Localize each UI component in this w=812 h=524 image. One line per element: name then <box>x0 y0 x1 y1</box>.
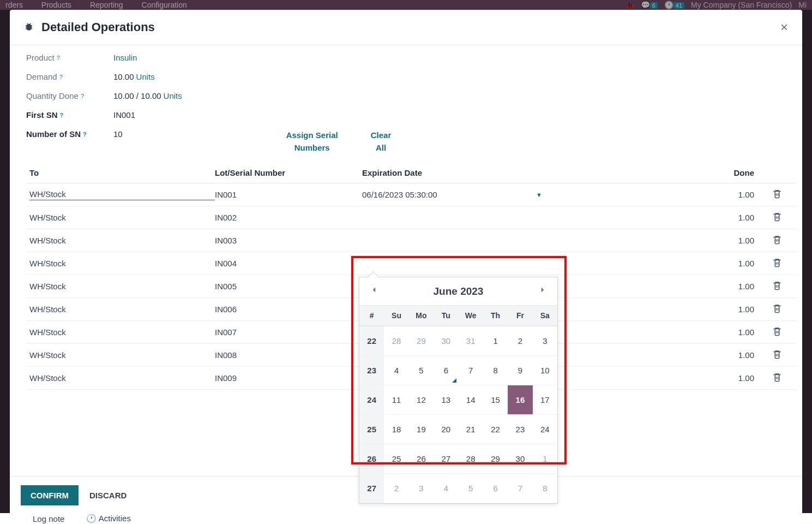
delete-row-button[interactable] <box>761 235 793 246</box>
lot-cell[interactable]: IN001 <box>215 190 362 199</box>
delete-row-button[interactable] <box>761 258 793 269</box>
done-cell[interactable]: 1.00 <box>564 350 761 360</box>
datepicker-day[interactable]: 23 <box>508 415 532 444</box>
datepicker-day[interactable]: 28 <box>459 444 483 473</box>
lot-cell[interactable]: IN002 <box>215 213 362 222</box>
done-cell[interactable]: 1.00 <box>564 327 761 337</box>
confirm-button[interactable]: CONFIRM <box>21 485 79 505</box>
delete-row-button[interactable] <box>761 349 793 361</box>
table-row[interactable]: WH/StockIN0041.00 <box>26 252 797 275</box>
datepicker-day[interactable]: 6 <box>483 474 508 503</box>
datepicker-day[interactable]: 14 <box>459 385 483 414</box>
table-row[interactable]: WH/StockIN0031.00 <box>26 229 797 252</box>
done-cell[interactable]: 1.00 <box>564 190 761 199</box>
done-cell[interactable]: 1.00 <box>564 213 761 222</box>
delete-row-button[interactable] <box>761 372 793 384</box>
datepicker-prev[interactable] <box>369 285 379 297</box>
datepicker-day[interactable]: 5 <box>459 474 483 503</box>
to-cell[interactable]: WH/Stock <box>29 259 215 268</box>
datepicker-day[interactable]: 29 <box>483 444 508 473</box>
datepicker-day[interactable]: 20 <box>434 415 458 444</box>
lot-cell[interactable]: IN008 <box>215 350 362 360</box>
delete-row-button[interactable] <box>761 326 793 338</box>
datepicker-day[interactable]: 29 <box>409 326 434 355</box>
lot-cell[interactable]: IN006 <box>215 305 362 314</box>
datepicker-day[interactable]: 30 <box>508 444 532 473</box>
datepicker-day[interactable]: 15 <box>483 385 508 414</box>
datepicker-day[interactable]: 18 <box>384 415 408 444</box>
datepicker-day[interactable]: 2 <box>508 326 532 355</box>
bug-icon[interactable] <box>24 22 34 33</box>
datepicker-day[interactable]: 9 <box>508 356 532 385</box>
product-value[interactable]: Insulin <box>113 53 137 62</box>
done-cell[interactable]: 1.00 <box>564 259 761 268</box>
close-button[interactable]: × <box>780 20 788 35</box>
expiration-date-cell[interactable]: ▼ <box>362 190 564 199</box>
datepicker-next[interactable] <box>538 285 548 297</box>
to-cell[interactable]: WH/Stock <box>29 350 215 360</box>
lot-cell[interactable]: IN003 <box>215 236 362 245</box>
to-cell[interactable]: WH/Stock <box>29 327 215 337</box>
discard-button[interactable]: DISCARD <box>89 491 127 500</box>
to-cell[interactable]: WH/Stock <box>29 189 215 200</box>
datepicker-day[interactable]: 21 <box>459 415 483 444</box>
datepicker-day[interactable]: 4 <box>434 474 458 503</box>
chevron-down-icon[interactable]: ▼ <box>536 192 542 198</box>
to-cell[interactable]: WH/Stock <box>29 305 215 314</box>
datepicker-day[interactable]: 6 <box>434 356 458 385</box>
datepicker-day[interactable]: 5 <box>409 356 434 385</box>
help-icon[interactable]: ? <box>60 112 64 118</box>
delete-row-button[interactable] <box>761 189 793 200</box>
datepicker-day[interactable]: 19 <box>409 415 434 444</box>
datepicker-day[interactable]: 16 <box>508 385 532 414</box>
datepicker-day[interactable]: 3 <box>533 326 557 355</box>
lognote-tab[interactable]: Log note <box>33 514 64 523</box>
lot-cell[interactable]: IN009 <box>215 373 362 383</box>
lot-cell[interactable]: IN007 <box>215 327 362 337</box>
help-icon[interactable]: ? <box>57 55 60 61</box>
datepicker-month-label[interactable]: June 2023 <box>434 285 484 297</box>
datepicker-day[interactable]: 11 <box>384 385 408 414</box>
datepicker-day[interactable]: 27 <box>434 444 458 473</box>
delete-row-button[interactable] <box>761 281 793 292</box>
datepicker-day[interactable]: 25 <box>384 444 408 473</box>
datepicker-day[interactable]: 12 <box>409 385 434 414</box>
datepicker-day[interactable]: 8 <box>483 356 508 385</box>
clear-all-link[interactable]: Clear All <box>371 129 392 154</box>
datepicker-day[interactable]: 28 <box>384 326 408 355</box>
lot-cell[interactable]: IN005 <box>215 282 362 291</box>
assign-serial-numbers-link[interactable]: Assign Serial Numbers <box>286 129 338 154</box>
datepicker-day[interactable]: 26 <box>409 444 434 473</box>
help-icon[interactable]: ? <box>83 131 87 138</box>
datepicker-day[interactable]: 22 <box>483 415 508 444</box>
datepicker-day[interactable]: 17 <box>533 385 557 414</box>
datepicker-day[interactable]: 1 <box>483 326 508 355</box>
help-icon[interactable]: ? <box>81 93 84 99</box>
datepicker-day[interactable]: 4 <box>384 356 408 385</box>
datepicker-day[interactable]: 8 <box>533 474 557 503</box>
datepicker-day[interactable]: 7 <box>459 356 483 385</box>
datepicker-day[interactable]: 2 <box>384 474 408 503</box>
done-cell[interactable]: 1.00 <box>564 373 761 383</box>
help-icon[interactable]: ? <box>59 74 63 80</box>
datepicker-day[interactable]: 1 <box>533 444 557 473</box>
datepicker-day[interactable]: 3 <box>409 474 434 503</box>
table-row[interactable]: WH/StockIN001▼1.00 <box>26 183 797 206</box>
delete-row-button[interactable] <box>761 212 793 223</box>
lot-cell[interactable]: IN004 <box>215 259 362 268</box>
table-row[interactable]: WH/StockIN0021.00 <box>26 206 797 229</box>
done-cell[interactable]: 1.00 <box>564 236 761 245</box>
delete-row-button[interactable] <box>761 303 793 315</box>
datepicker-day[interactable]: 7 <box>508 474 532 503</box>
activities-tab[interactable]: 🕐 Activities <box>86 514 131 523</box>
to-cell[interactable]: WH/Stock <box>29 236 215 245</box>
to-cell[interactable]: WH/Stock <box>29 282 215 291</box>
datepicker-day[interactable]: 13 <box>434 385 458 414</box>
datepicker-day[interactable]: 31 <box>459 326 483 355</box>
to-cell[interactable]: WH/Stock <box>29 373 215 383</box>
datepicker-day[interactable]: 24 <box>533 415 557 444</box>
to-cell[interactable]: WH/Stock <box>29 213 215 222</box>
expiration-date-input[interactable] <box>362 190 526 199</box>
done-cell[interactable]: 1.00 <box>564 305 761 314</box>
datepicker-day[interactable]: 10 <box>533 356 557 385</box>
